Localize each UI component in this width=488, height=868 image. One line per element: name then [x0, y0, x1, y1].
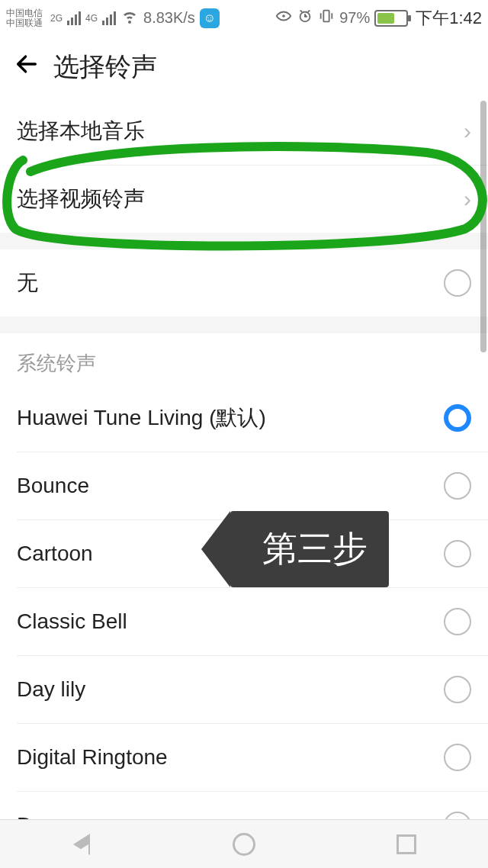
select-local-music[interactable]: 选择本地音乐 ›	[0, 98, 488, 165]
radio-icon	[444, 676, 471, 703]
source-options: 选择本地音乐 › 选择视频铃声 ›	[0, 98, 488, 233]
eye-icon	[275, 8, 292, 28]
annotation-step: 第三步	[230, 511, 389, 587]
ringtone-item[interactable]: Digital Ringtone	[0, 724, 488, 791]
ringtone-item[interactable]: Bounce	[0, 452, 488, 519]
vibrate-icon	[318, 8, 335, 28]
row-label: Cartoon	[17, 542, 93, 566]
carrier-2: 中国联通	[6, 18, 43, 28]
radio-icon	[444, 404, 471, 432]
ringtone-item[interactable]: Classic Bell	[0, 588, 488, 655]
nav-bar	[0, 819, 488, 868]
page-title: 选择铃声	[53, 50, 157, 85]
app-icon: ☺	[200, 8, 220, 28]
row-label: Huawei Tune Living (默认)	[17, 403, 266, 432]
scrollbar[interactable]	[480, 101, 486, 352]
row-label: Digital Ringtone	[17, 745, 168, 770]
nav-recent[interactable]	[393, 831, 420, 858]
ringtone-none[interactable]: 无	[0, 249, 488, 317]
network-1: 2G	[50, 13, 63, 24]
chevron-right-icon: ›	[464, 186, 471, 212]
radio-icon	[444, 540, 471, 567]
radio-icon	[444, 744, 471, 771]
nav-back[interactable]	[68, 831, 95, 858]
status-bar: 中国电信 中国联通 2G 4G 8.83K/s ☺ 97% 下午1:42	[0, 0, 488, 37]
ringtone-item[interactable]: Day lily	[0, 656, 488, 723]
radio-icon	[444, 608, 471, 635]
signal-2-icon	[102, 11, 116, 25]
wifi-icon	[120, 7, 139, 29]
ringtone-item[interactable]: Huawei Tune Living (默认)	[0, 384, 488, 452]
back-button[interactable]	[14, 51, 40, 83]
battery-icon	[374, 10, 408, 27]
net-speed: 8.83K/s	[143, 9, 195, 27]
clock: 下午1:42	[416, 7, 482, 30]
section-title-system: 系统铃声	[0, 333, 488, 384]
row-label: Classic Bell	[17, 609, 127, 634]
row-label: 选择视频铃声	[17, 185, 145, 214]
header: 选择铃声	[0, 37, 488, 98]
carriers: 中国电信 中国联通	[6, 8, 43, 28]
signal-1-icon	[67, 11, 81, 25]
row-label: 选择本地音乐	[17, 117, 145, 146]
battery-pct: 97%	[339, 9, 370, 27]
radio-icon	[444, 472, 471, 500]
row-label: 无	[17, 268, 38, 297]
step-text: 第三步	[262, 526, 368, 573]
svg-point-0	[282, 14, 285, 18]
svg-rect-2	[323, 11, 329, 22]
nav-home[interactable]	[230, 831, 258, 858]
alarm-icon	[297, 8, 313, 28]
chevron-right-icon: ›	[464, 118, 471, 144]
radio-icon	[444, 269, 471, 297]
network-2: 4G	[85, 13, 98, 24]
select-video-ringtone[interactable]: 选择视频铃声 ›	[0, 166, 488, 233]
row-label: Bounce	[17, 474, 89, 498]
carrier-1: 中国电信	[6, 8, 43, 18]
row-label: Day lily	[17, 677, 85, 702]
